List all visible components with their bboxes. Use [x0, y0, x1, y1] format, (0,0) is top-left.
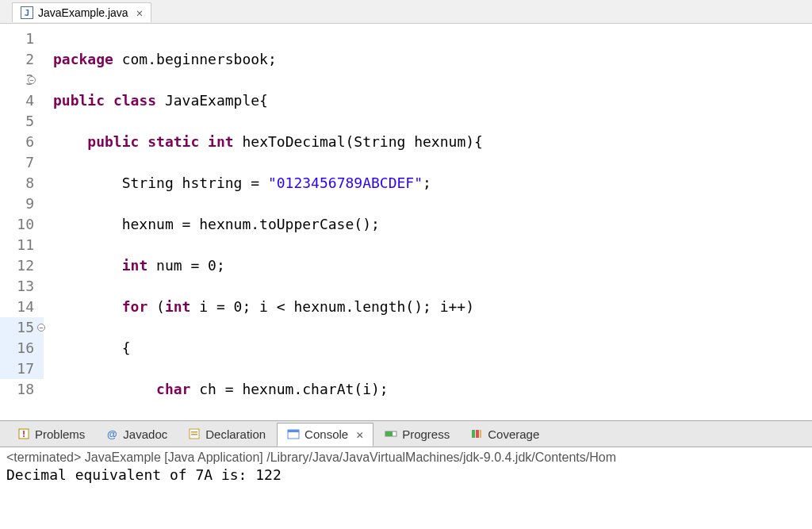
close-view-icon[interactable]: ✕: [356, 427, 363, 442]
tab-javadoc[interactable]: @ Javadoc: [96, 424, 177, 445]
tab-label: Declaration: [205, 427, 266, 441]
tab-console[interactable]: Console ✕: [277, 423, 373, 447]
svg-rect-8: [288, 430, 299, 432]
svg-rect-11: [472, 430, 475, 438]
tab-problems[interactable]: Problems: [8, 424, 94, 445]
code-editor[interactable]: 1 2 3− 4 5 6 7 8 9 10 11 12 13 14 15− 16…: [0, 24, 812, 420]
java-file-icon: J: [21, 6, 33, 19]
console-launch-header: <terminated> JavaExample [Java Applicati…: [6, 450, 806, 465]
coverage-icon: [470, 427, 483, 440]
declaration-icon: [188, 427, 201, 440]
fold-toggle-icon[interactable]: −: [37, 324, 45, 332]
svg-rect-13: [480, 430, 481, 438]
progress-icon: [385, 427, 397, 440]
svg-rect-1: [23, 431, 25, 435]
tab-progress[interactable]: Progress: [375, 424, 459, 445]
tab-coverage[interactable]: Coverage: [461, 424, 549, 445]
tab-declaration[interactable]: Declaration: [178, 424, 275, 445]
problems-icon: [17, 427, 30, 440]
close-tab-icon[interactable]: ✕: [136, 6, 143, 19]
svg-rect-10: [385, 431, 393, 436]
editor-tab-javaexample[interactable]: J JavaExample.java ✕: [12, 2, 151, 22]
code-content[interactable]: package com.beginnersbook; public class …: [44, 24, 732, 420]
editor-tab-bar: J JavaExample.java ✕: [0, 0, 812, 24]
tab-label: Problems: [35, 427, 85, 441]
svg-rect-12: [476, 430, 479, 438]
javadoc-icon: @: [105, 427, 118, 440]
tab-label: Coverage: [488, 427, 539, 441]
svg-rect-2: [23, 435, 25, 437]
svg-rect-5: [191, 431, 197, 433]
tab-label: Console: [304, 427, 348, 441]
svg-text:@: @: [107, 428, 117, 440]
svg-rect-6: [191, 434, 197, 435]
console-icon: [287, 428, 300, 441]
tab-label: Progress: [402, 427, 450, 441]
console-output-line: Decimal equivalent of 7A is: 122: [6, 465, 806, 483]
fold-toggle-icon[interactable]: −: [28, 76, 36, 84]
tab-label: Javadoc: [123, 427, 167, 441]
console-view: <terminated> JavaExample [Java Applicati…: [0, 447, 812, 486]
editor-tab-filename: JavaExample.java: [38, 6, 128, 19]
line-number-gutter: 1 2 3− 4 5 6 7 8 9 10 11 12 13 14 15− 16…: [0, 24, 44, 420]
bottom-view-tabs: Problems @ Javadoc Declaration Console ✕…: [0, 420, 812, 447]
